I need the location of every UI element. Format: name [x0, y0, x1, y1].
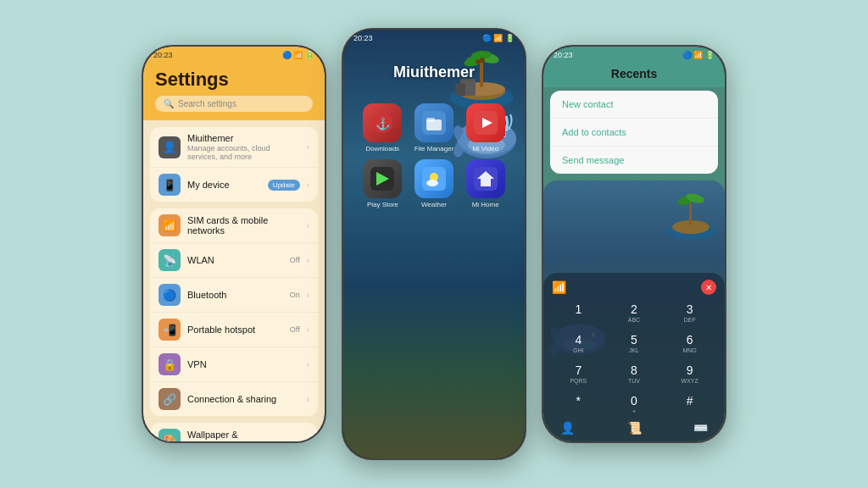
- playstore-icon: [363, 159, 402, 198]
- scroll-icon[interactable]: 📜: [627, 421, 642, 435]
- hotspot-status: Off: [290, 325, 300, 334]
- app-downloads-label: Downloads: [366, 145, 400, 152]
- hotspot-title: Portable hotspot: [187, 324, 283, 335]
- settings-item-mydevice[interactable]: 📱 My device Update ›: [150, 168, 318, 202]
- app-grid: ⚓ Downloads File Manager: [343, 103, 525, 208]
- app-mihome[interactable]: Mi Home: [463, 159, 508, 208]
- dial-icon[interactable]: ⌨️: [693, 421, 708, 435]
- app-mivideo[interactable]: Mi Video: [463, 103, 508, 152]
- search-bar[interactable]: 🔍 Search settings: [155, 96, 313, 112]
- key-hash[interactable]: #: [663, 390, 716, 418]
- key-3[interactable]: 3DEF: [663, 298, 716, 326]
- phone-home: 20:23 🔵 📶 🔋 Miuithemer ⚓ Downloads: [342, 28, 526, 460]
- settings-section-network: 📶 SIM cards & mobile networks › 📡 WLAN: [150, 208, 318, 416]
- key-7[interactable]: 7PQRS: [552, 359, 605, 387]
- mydevice-content: My device: [187, 180, 261, 190]
- dialer-island-deco: [661, 185, 721, 240]
- dialer-top-row: 📶 ✕: [552, 280, 716, 295]
- miuithemer-sub: Manage accounts, cloud services, and mor…: [187, 144, 300, 161]
- key-8[interactable]: 8TUV: [608, 359, 661, 387]
- chevron-4: ›: [307, 256, 309, 265]
- settings-item-vpn[interactable]: 🔒 VPN ›: [150, 347, 318, 382]
- chevron-icon: ›: [307, 142, 309, 152]
- dialer-status-icons: 🔵 📶 🔋: [682, 51, 715, 59]
- key-9[interactable]: 9WXYZ: [663, 359, 716, 387]
- connection-icon: 🔗: [159, 388, 181, 410]
- key-5[interactable]: 5JKL: [608, 329, 661, 357]
- delete-button[interactable]: ✕: [701, 280, 716, 295]
- bluetooth-status: On: [290, 291, 300, 299]
- settings-item-bluetooth[interactable]: 🔵 Bluetooth On ›: [150, 278, 318, 313]
- contacts-icon[interactable]: 👤: [560, 421, 575, 435]
- recents-new-contact[interactable]: New contact: [550, 91, 718, 119]
- settings-item-connection[interactable]: 🔗 Connection & sharing ›: [150, 382, 318, 416]
- app-downloads[interactable]: ⚓ Downloads: [360, 103, 405, 152]
- key-2[interactable]: 2ABC: [608, 298, 661, 326]
- recents-send-message[interactable]: Send message: [550, 147, 718, 174]
- app-filemanager[interactable]: File Manager: [412, 103, 457, 152]
- settings-section-personalization: 🎨 Wallpaper & personalization › 🔒 Always…: [150, 423, 318, 441]
- numpad: 1 2ABC 3DEF 4GHI 5JKL 6MNO 7PQRS 8TUV 9W…: [552, 298, 716, 418]
- key-1[interactable]: 1: [552, 298, 605, 326]
- app-filemanager-label: File Manager: [415, 145, 454, 152]
- home-app-name: Miuithemer: [343, 47, 525, 95]
- weather-icon: [415, 159, 453, 198]
- settings-screen: 20:23 🔵 📶 🔋 Settings 🔍 Search settings: [143, 47, 325, 441]
- mydevice-title: My device: [187, 180, 261, 190]
- search-placeholder: Search settings: [178, 99, 236, 108]
- chevron-6: ›: [307, 325, 309, 335]
- chevron-3: ›: [307, 221, 309, 230]
- key-0[interactable]: 0+: [608, 390, 661, 418]
- wlan-icon: 📡: [159, 249, 181, 271]
- wlan-status: Off: [290, 256, 300, 264]
- recents-title: Recents: [611, 67, 657, 80]
- sim-icon: 📶: [159, 214, 181, 236]
- svg-rect-20: [426, 118, 435, 122]
- back-button[interactable]: ←: [554, 66, 567, 81]
- settings-item-wallpaper[interactable]: 🎨 Wallpaper & personalization ›: [150, 423, 318, 441]
- status-bar-1: 20:23 🔵 📶 🔋: [143, 47, 325, 64]
- chevron-7: ›: [307, 360, 309, 369]
- mivideo-icon: [466, 103, 505, 142]
- status-icons-1: 🔵 📶 🔋: [282, 51, 314, 59]
- settings-item-hotspot[interactable]: 📲 Portable hotspot Off ›: [150, 313, 318, 347]
- app-mihome-label: Mi Home: [472, 201, 499, 208]
- chevron-9: ›: [307, 435, 309, 442]
- mydevice-icon: 📱: [159, 174, 181, 196]
- chevron-8: ›: [307, 395, 309, 404]
- settings-title: Settings: [155, 70, 313, 89]
- bluetooth-title: Bluetooth: [187, 290, 283, 300]
- dialer-bottom-icons: 👤 📜 ⌨️: [552, 418, 716, 435]
- recents-add-to-contacts[interactable]: Add to contacts: [550, 119, 718, 147]
- settings-header: Settings 🔍 Search settings: [143, 64, 325, 120]
- recents-menu: New contact Add to contacts Send message: [550, 91, 718, 174]
- miuithemer-icon: 👤: [159, 136, 181, 158]
- settings-section-account: 👤 Miuithemer Manage accounts, cloud serv…: [150, 127, 318, 202]
- settings-item-sim[interactable]: 📶 SIM cards & mobile networks ›: [150, 208, 318, 243]
- settings-item-miuithemer[interactable]: 👤 Miuithemer Manage accounts, cloud serv…: [150, 127, 318, 168]
- key-star[interactable]: *: [552, 390, 605, 418]
- dialer-pad-area: 📶 ✕ 1 2ABC 3DEF 4GHI 5JKL 6MNO 7PQRS 8TU…: [543, 273, 725, 441]
- wlan-title: WLAN: [187, 255, 283, 265]
- wifi-icon: 📶: [552, 280, 566, 294]
- svg-text:⚓: ⚓: [376, 117, 391, 131]
- settings-item-wlan[interactable]: 📡 WLAN Off ›: [150, 243, 318, 278]
- home-status-bar: 20:23 🔵 📶 🔋: [343, 30, 525, 47]
- svg-point-27: [426, 180, 438, 186]
- app-playstore[interactable]: Play Store: [360, 159, 405, 208]
- home-screen: 20:23 🔵 📶 🔋 Miuithemer ⚓ Downloads: [343, 30, 525, 458]
- key-6[interactable]: 6MNO: [663, 329, 716, 357]
- key-4[interactable]: 4GHI: [552, 329, 605, 357]
- dialer-lower: 📶 ✕ 1 2ABC 3DEF 4GHI 5JKL 6MNO 7PQRS 8TU…: [543, 180, 725, 441]
- phone-settings: 20:23 🔵 📶 🔋 Settings 🔍 Search settings: [142, 45, 326, 443]
- miuithemer-title: Miuithemer: [187, 133, 300, 143]
- chevron-5: ›: [307, 291, 309, 300]
- vpn-title: VPN: [187, 359, 300, 369]
- svg-rect-32: [689, 202, 692, 225]
- chevron-icon-2: ›: [307, 180, 309, 190]
- update-badge: Update: [268, 180, 300, 191]
- app-weather[interactable]: Weather: [412, 159, 457, 208]
- downloads-icon: ⚓: [363, 103, 402, 142]
- sim-title: SIM cards & mobile networks: [187, 215, 300, 236]
- miuithemer-content: Miuithemer Manage accounts, cloud servic…: [187, 133, 300, 161]
